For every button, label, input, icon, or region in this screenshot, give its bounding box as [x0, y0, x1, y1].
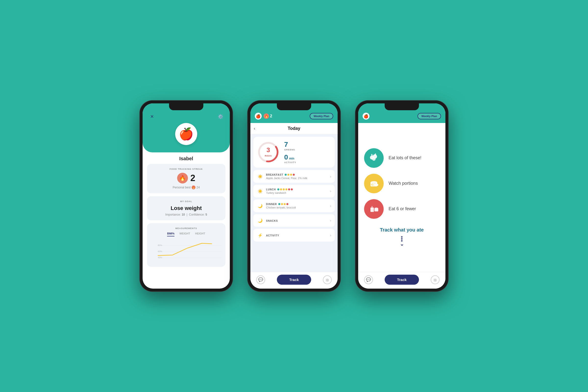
phone-2: 🍎 🔥 2 Weekly Plan ‹ Today [248, 100, 340, 292]
streak-label: FOOD TRACKING STREAK [151, 168, 222, 170]
food-circle-yellow [364, 174, 384, 193]
streak-badge: 🔥 2 [264, 114, 272, 119]
close-icon[interactable]: ✕ [148, 113, 156, 120]
greens-value: 7 [284, 141, 331, 148]
bmi-chart: 80% 60% 40% [151, 238, 222, 263]
chevron-down-icon: ⌄ [400, 241, 404, 247]
food-label-yellow: Watch portions [388, 181, 418, 186]
food-guide-body: Eat lots of these! [358, 123, 446, 272]
dinner-dots [278, 203, 288, 205]
streak-fire-icon: 🔥 [177, 173, 188, 184]
food-circle-green [364, 148, 384, 168]
chevron-right-icon: › [330, 218, 331, 222]
chevron-right-icon: › [330, 204, 331, 208]
lunch-item[interactable]: ☀️ LUNCH [253, 185, 335, 198]
personal-best-label: Personal best [173, 186, 190, 189]
reds-circle: 3 REDS [257, 141, 279, 163]
goal-meta: Importance: 10 | Confidence: 5 [151, 213, 222, 216]
breakfast-name: BREAKFAST [266, 174, 283, 176]
meal-list: ☀️ BREAKFAST Appl [250, 170, 338, 272]
notch-3 [385, 104, 419, 110]
dot [291, 188, 293, 190]
dinner-icon: 🌙 [257, 202, 264, 209]
goal-card: MY GOAL Lose weight Importance: 10 | Con… [147, 196, 226, 220]
gear-icon[interactable]: ⚙️ [216, 113, 224, 120]
personal-best-value: 24 [196, 186, 200, 189]
personal-best-row: Personal best 🔥 24 [151, 186, 222, 190]
chat-icon[interactable]: 💬 [256, 276, 265, 284]
activity-unit: min [289, 157, 294, 160]
goal-label: MY GOAL [151, 200, 222, 202]
food-label-red: Eat 6 or fewer [388, 206, 416, 212]
track-what-you-ate: Track what you ate [380, 227, 424, 233]
phone-3: 🍎 Weekly Plan [355, 100, 448, 292]
compass-icon[interactable]: ◎ [323, 276, 332, 284]
lunch-desc: Turkey sandwich [266, 191, 328, 194]
greens-label: GREENS [284, 148, 331, 151]
breakfast-desc: Apple Jacks Cereal, Pear, 1% milk [266, 177, 328, 180]
goal-value: Lose weight [151, 205, 222, 212]
food-category-green: Eat lots of these! [364, 148, 440, 168]
tab-height[interactable]: HEIGHT [195, 232, 205, 236]
snacks-item[interactable]: 🌙 SNACKS › [253, 214, 335, 227]
svg-point-18 [374, 208, 378, 210]
phone1-header: ✕ ⚙️ 🍎 [142, 104, 230, 152]
activity-value: 0 [284, 153, 288, 161]
svg-point-4 [372, 157, 376, 161]
reds-label: REDS [264, 154, 272, 157]
dot [288, 174, 289, 176]
breakfast-item[interactable]: ☀️ BREAKFAST Appl [253, 170, 335, 183]
weekly-plan-button[interactable]: Weekly Plan [310, 113, 333, 119]
header-streak-value: 2 [270, 114, 272, 118]
snacks-icon: 🌙 [257, 217, 264, 224]
dot [284, 203, 286, 205]
tab-bmi[interactable]: BMI% [167, 232, 174, 236]
dot [283, 188, 285, 190]
avatar-emoji: 🍎 [179, 127, 194, 141]
activity-item[interactable]: ⚡ ACTIVITY › [253, 229, 335, 242]
track-button[interactable]: Track [385, 275, 419, 285]
phones-container: ✕ ⚙️ 🍎 Isabel FOOD TRACKING STREAK 🔥 2 [140, 100, 448, 292]
track-button[interactable]: Track [277, 275, 311, 285]
breakfast-dots [285, 174, 295, 176]
weekly-plan-button[interactable]: Weekly Plan [418, 113, 441, 119]
importance-value: 10 [182, 213, 185, 216]
breakfast-icon: ☀️ [257, 173, 264, 180]
chart-svg [158, 238, 222, 263]
svg-rect-16 [372, 206, 372, 208]
dot [278, 203, 280, 205]
tab-weight[interactable]: WEIGHT [179, 232, 190, 236]
arrow-dot-1 [401, 236, 402, 238]
measurements-label: MEASUREMENTS [151, 227, 222, 230]
today-title: Today [288, 126, 300, 131]
avatar: 🍎 [175, 123, 197, 145]
arrow-dot-2 [401, 238, 402, 240]
confidence-value: 5 [206, 213, 207, 216]
phone-1: ✕ ⚙️ 🍎 Isabel FOOD TRACKING STREAK 🔥 2 [140, 100, 233, 292]
back-button[interactable]: ‹ [254, 126, 255, 131]
lunch-icon: ☀️ [257, 188, 264, 194]
track-section: Track what you ate ⌄ [380, 227, 424, 247]
confidence-label: Confidence: [189, 213, 204, 216]
dinner-name: DINNER [266, 203, 277, 206]
activity-icon: ⚡ [257, 232, 264, 239]
stats-card: 3 REDS 7 GREENS 0 min ACTIVITY [253, 137, 335, 168]
food-category-red: Eat 6 or fewer [364, 199, 440, 219]
activity-name: ACTIVITY [266, 234, 279, 237]
dot [286, 188, 288, 190]
dinner-desc: Chicken teriyaki, broccoli [266, 206, 328, 209]
compass-icon[interactable]: ◎ [431, 276, 440, 284]
lunch-dots [277, 188, 293, 190]
phone2-footer: 💬 Track ◎ [250, 272, 338, 288]
personal-best-fire-icon: 🔥 [192, 186, 196, 190]
chat-icon[interactable]: 💬 [364, 276, 373, 284]
dot [290, 174, 292, 176]
dot [281, 203, 283, 205]
streak-fire-icon: 🔥 [264, 114, 269, 119]
dinner-item[interactable]: 🌙 DINNER Chicken [253, 200, 335, 212]
greens-stat: 7 GREENS [284, 141, 331, 151]
dot [285, 174, 287, 176]
notch-1 [169, 104, 203, 110]
food-category-yellow: Watch portions [364, 174, 440, 193]
svg-point-14 [374, 184, 378, 186]
